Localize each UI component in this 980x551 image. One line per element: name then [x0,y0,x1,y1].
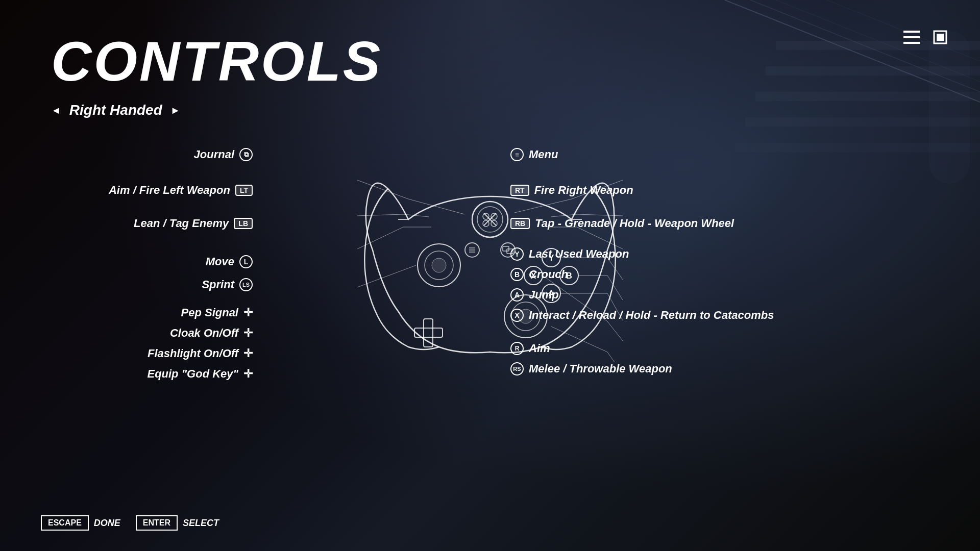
escape-hint: ESCAPE DONE [41,515,120,531]
svg-point-27 [432,258,446,272]
controller-diagram: A B X Y [357,148,623,362]
svg-line-70 [551,327,607,352]
escape-action-label: DONE [94,518,120,529]
svg-text:X: X [531,271,536,280]
svg-text:A: A [548,289,554,298]
dpad-icon-flashlight: ✛ [243,347,253,360]
svg-line-56 [514,199,572,213]
label-aim-fire: Aim / Fire Left Weapon LT [109,184,253,197]
label-journal: Journal ⧉ [194,148,253,161]
svg-line-57 [577,214,623,216]
svg-rect-12 [903,42,920,44]
svg-line-48 [357,180,408,199]
scheme-selector: ◄ Right Handed ► [51,102,181,118]
svg-line-52 [357,227,403,249]
enter-hint: ENTER SELECT [136,515,219,531]
label-pep-signal: Pep Signal ✛ [181,306,253,319]
enter-key-box: ENTER [136,515,178,531]
svg-point-32 [519,309,533,323]
svg-text:B: B [566,271,572,280]
svg-line-55 [572,180,623,199]
top-right-controls [902,28,949,46]
svg-text:Y: Y [549,254,554,262]
dpad-icon-godkey: ✛ [243,367,253,381]
label-god-key: Equip "God Key" ✛ [147,367,253,381]
label-flashlight: Flashlight On/Off ✛ [148,347,253,360]
journal-icon: ⧉ [239,148,253,161]
scheme-next-button[interactable]: ► [170,105,181,116]
label-move: Move L [206,255,253,268]
svg-rect-28 [424,319,433,347]
scheme-prev-button[interactable]: ◄ [51,105,61,116]
dpad-icon-pep: ✛ [243,306,253,319]
svg-line-59 [577,227,623,249]
svg-point-22 [491,213,497,219]
svg-rect-11 [903,36,920,38]
menu-lines-icon[interactable] [902,28,921,46]
label-sprint: Sprint LS [202,278,253,291]
escape-key-box: ESCAPE [41,515,89,531]
svg-line-50 [357,214,403,216]
scheme-name: Right Handed [69,102,162,118]
dpad-icon-cloak: ✛ [243,327,253,340]
svg-line-67 [607,321,623,341]
svg-line-49 [408,199,464,214]
svg-point-21 [483,213,489,219]
page-title: CONTROLS [51,33,382,89]
bottom-hints-bar: ESCAPE DONE ENTER SELECT [41,515,219,531]
label-cloak: Cloak On/Off ✛ [170,327,253,340]
enter-action-label: SELECT [183,518,219,529]
label-melee: RS Melee / Throwable Weapon [510,362,672,375]
svg-rect-10 [903,31,920,33]
svg-rect-14 [937,34,944,41]
label-lean-tag: Lean / Tag Enemy LB [134,217,253,230]
svg-line-65 [607,293,623,320]
stop-icon[interactable] [931,28,949,46]
svg-line-69 [607,352,623,362]
